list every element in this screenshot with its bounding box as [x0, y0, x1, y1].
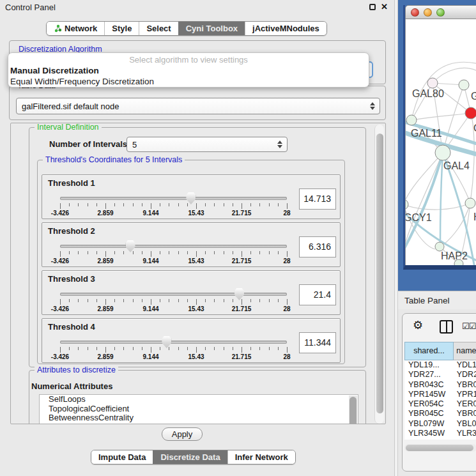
dropdown-option[interactable]: Manual Discretization [10, 66, 99, 75]
table-row[interactable]: YIL052CYIL052C [404, 438, 476, 440]
tab-jactivemnodules[interactable]: jActiveMNodules [245, 22, 326, 35]
tab-select[interactable]: Select [139, 22, 178, 35]
axis-tick-label: 21.715 [232, 353, 252, 360]
column-header-name[interactable]: name [454, 342, 476, 360]
minor-tick [114, 251, 115, 254]
table-row[interactable]: YBR043CYBR043C [404, 380, 476, 390]
network-window-titlebar[interactable] [405, 5, 476, 19]
tab-style[interactable]: Style [104, 22, 139, 35]
node-gcy1[interactable] [406, 199, 408, 210]
list-scrollbar[interactable] [349, 395, 357, 424]
minor-tick [214, 203, 215, 206]
number-of-intervals-combo[interactable]: 5 [127, 137, 288, 152]
minor-tick [142, 203, 142, 206]
node-c[interactable] [465, 107, 476, 119]
cell-name: YBR045C [454, 409, 476, 418]
dropdown-option[interactable]: Equal Width/Frequency Discretization [10, 77, 154, 86]
axis-tick-label: 9.144 [142, 353, 158, 360]
node-gal4[interactable] [435, 145, 450, 160]
tab-label: Cyni Toolbox [186, 24, 238, 33]
minimize-traffic-light[interactable] [424, 8, 432, 17]
bottom-tab-impute-data[interactable]: Impute Data [91, 450, 153, 464]
table-row[interactable]: YDR27...YDR27... [404, 370, 476, 380]
attribute-list-item[interactable]: TopologicalCoefficient [40, 404, 358, 414]
edge [406, 153, 443, 204]
scrollbar-thumb[interactable] [376, 134, 383, 413]
close-icon[interactable]: ✕ [381, 2, 388, 12]
minor-tick [160, 347, 160, 350]
table-row[interactable]: YER054CYER054C [404, 399, 476, 409]
table-row[interactable]: YBL079WYBL079W [404, 419, 476, 429]
scrollbar-thumb[interactable] [349, 397, 357, 424]
axis-tick-label: 9.144 [142, 305, 158, 312]
axis-tick-label: 28 [283, 305, 290, 312]
checkboxes-icon[interactable]: ☑☑ [462, 321, 475, 331]
minor-tick [233, 347, 233, 350]
tab-cyni-toolbox[interactable]: Cyni Toolbox [178, 22, 245, 35]
slider-track[interactable] [60, 197, 287, 200]
major-tick [287, 299, 288, 305]
minor-tick [224, 347, 224, 350]
float-window-icon[interactable] [369, 4, 376, 10]
slider-track[interactable] [60, 245, 287, 248]
network-canvas[interactable]: GAL80GCGAL11GAL4GCY1HHAP2 [405, 19, 476, 265]
node-g[interactable] [459, 80, 469, 90]
axis-tick-label: -3.426 [51, 353, 69, 360]
slider-thumb[interactable] [126, 240, 135, 252]
threshold-value-field[interactable]: 6.316 [299, 236, 336, 257]
columns-icon[interactable] [440, 320, 453, 334]
threshold-label: Threshold 3 [48, 274, 95, 284]
minor-tick [96, 203, 97, 206]
bottom-tab-discretize-data[interactable]: Discretize Data [153, 450, 227, 464]
node-gal80[interactable] [427, 78, 438, 88]
slider-track[interactable] [60, 341, 287, 344]
major-tick [105, 203, 106, 209]
minor-tick [96, 347, 97, 350]
attribute-list-item[interactable]: SelfLoops [40, 395, 358, 404]
threshold-value-field[interactable]: 14.713 [299, 188, 336, 210]
node-gal11[interactable] [406, 115, 417, 125]
table-data-combo[interactable]: galFiltered.sif default node [16, 98, 380, 114]
axis-tick-label: 2.859 [97, 305, 113, 312]
axis-tick-label: 21.715 [232, 210, 252, 217]
node-label: GAL4 [443, 160, 470, 171]
scrollbar-thumb[interactable] [406, 445, 473, 451]
numerical-attributes-list: SelfLoopsTopologicalCoefficientBetweenne… [39, 394, 358, 424]
minor-tick [142, 251, 142, 254]
table-row[interactable]: YBR045CYBR045C [404, 409, 476, 418]
threshold-value-field[interactable]: 21.4 [299, 284, 336, 305]
axis-tick-label: -3.426 [51, 257, 69, 265]
node-partial[interactable] [454, 259, 463, 265]
panel-scrollbar[interactable] [374, 125, 384, 424]
minor-tick [78, 299, 79, 302]
minor-tick [123, 203, 124, 206]
minor-tick [205, 203, 206, 206]
tab-network[interactable]: Network [47, 22, 104, 35]
slider-thumb[interactable] [234, 288, 244, 300]
apply-button[interactable]: Apply [162, 427, 203, 441]
gear-icon[interactable]: ⚙ [413, 319, 423, 332]
minor-tick [214, 299, 215, 302]
table-row[interactable]: YLR345WYLR345W [404, 429, 476, 438]
node-hap2[interactable] [435, 242, 444, 251]
table-row[interactable]: YPR145WYPR145W [404, 390, 476, 399]
zoom-traffic-light[interactable] [436, 8, 445, 17]
node-h[interactable] [465, 198, 475, 208]
slider-track[interactable] [60, 293, 287, 296]
table-body: YDL19...YDL19...YDR27...YDR27...YBR043CY… [404, 360, 476, 440]
network-graph[interactable]: GAL80GCGAL11GAL4GCY1HHAP2 [406, 19, 476, 265]
column-header-shared-name[interactable]: shared... [404, 342, 454, 360]
group-title: Interval Definition [35, 123, 102, 132]
table-h-scrollbar[interactable] [404, 444, 476, 452]
minor-tick [114, 347, 115, 350]
table-row[interactable]: YDL19...YDL19... [404, 360, 476, 370]
major-tick [151, 251, 151, 257]
threshold-value-field[interactable]: 11.344 [299, 332, 336, 353]
slider-thumb[interactable] [162, 336, 171, 348]
close-traffic-light[interactable] [411, 8, 419, 17]
axis-tick-label: 21.715 [232, 305, 252, 312]
minor-tick [187, 299, 188, 302]
bottom-tab-infer-network[interactable]: Infer Network [227, 450, 295, 464]
minor-tick [278, 347, 279, 350]
attribute-list-item[interactable]: BetweennessCentrality [40, 413, 358, 423]
